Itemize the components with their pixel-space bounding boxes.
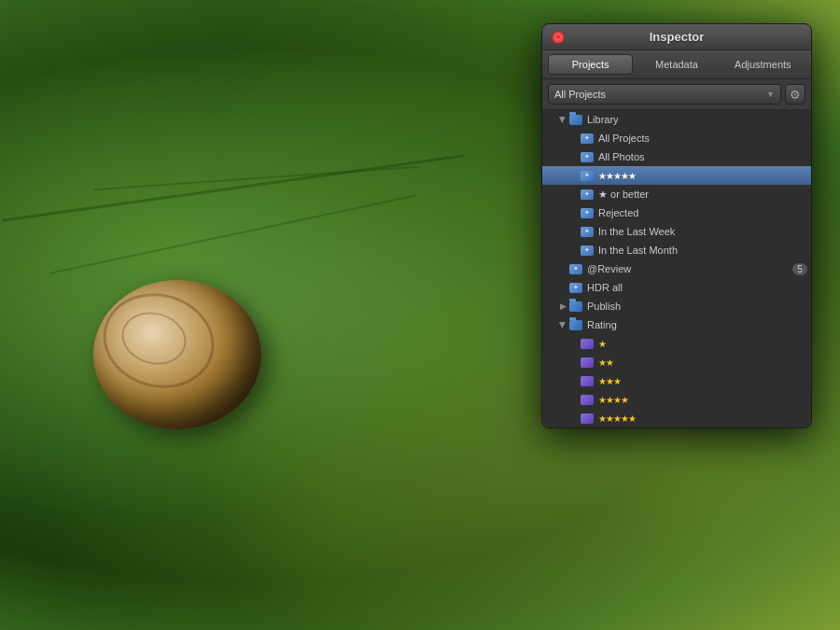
spacer [568,226,580,237]
panel-title: Inspector [650,30,705,44]
inspector-panel: × Inspector Projects Metadata Adjustment… [541,23,812,428]
last-week-label: In the Last Week [598,226,675,237]
rating-5-icon [580,412,595,425]
tree-item-rejected[interactable]: Rejected [542,203,811,222]
tab-bar: Projects Metadata Adjustments [542,50,811,79]
spacer [568,338,580,349]
tree-item-rating-5[interactable]: ★★★★★ [542,409,811,427]
close-icon: × [556,33,561,41]
spacer [568,207,580,218]
tree-item-rating[interactable]: ▶ Rating [542,315,811,334]
review-label: @Review [587,263,631,274]
all-photos-icon [580,150,595,163]
close-button[interactable]: × [552,31,565,44]
last-month-label: In the Last Month [598,245,678,256]
selector-arrow-icon: ▼ [766,90,775,99]
last-week-icon [580,225,595,238]
tree-item-publish[interactable]: ▶ Publish [542,297,811,315]
gear-icon: ⚙ [790,88,801,102]
all-projects-label: All Projects [598,133,650,144]
tree-item-star-or-better[interactable]: ★ or better [542,185,811,203]
tab-adjustments[interactable]: Adjustments [721,54,805,75]
tree-item-review[interactable]: @Review 5 [542,259,811,278]
rating-4-icon [580,393,595,406]
tree-item-rating-3[interactable]: ★★★ [542,371,811,390]
rejected-icon [580,206,595,219]
spacer [568,133,580,144]
tree-item-five-stars[interactable]: ★★★★★ [542,166,811,185]
library-label: Library [587,114,619,125]
project-selector[interactable]: All Projects ▼ [548,84,781,105]
spacer [568,189,580,200]
five-stars-icon [580,169,595,182]
review-icon [568,262,583,275]
last-month-icon [580,244,595,257]
tree-item-all-projects[interactable]: All Projects [542,129,811,147]
spacer [568,170,580,181]
title-bar: × Inspector [542,24,811,50]
project-selector-label: All Projects [554,89,606,100]
all-projects-icon [580,132,595,145]
star-or-better-label: ★ or better [598,189,649,201]
hdr-all-icon [568,281,583,294]
rating-5-label: ★★★★★ [598,413,636,424]
spacer [568,375,580,386]
rating-2-icon [580,356,595,369]
tree-item-rating-4[interactable]: ★★★★ [542,390,811,409]
arrow-icon: ▶ [557,114,568,125]
rating-1-label: ★ [598,339,606,349]
tree-container[interactable]: ▶ Library All Projects All Photos [542,110,811,427]
rating-1-icon [580,337,595,350]
review-badge: 5 [792,263,807,275]
rating-arrow-icon: ▶ [557,319,568,330]
tree-item-library[interactable]: ▶ Library [542,110,811,129]
spacer [568,413,580,424]
publish-arrow-icon: ▶ [557,301,568,312]
spacer [557,282,568,293]
hdr-all-label: HDR all [587,282,623,293]
toolbar: All Projects ▼ ⚙ [542,79,811,110]
spacer [568,357,580,368]
rating-2-label: ★★ [598,357,613,368]
publish-icon [568,300,583,313]
publish-label: Publish [587,301,621,312]
rating-3-label: ★★★ [598,376,621,386]
tree-item-last-week[interactable]: In the Last Week [542,222,811,241]
library-icon [568,113,583,126]
tab-metadata[interactable]: Metadata [634,54,719,75]
five-stars-label: ★★★★★ [598,171,636,181]
tree-item-rating-1[interactable]: ★ [542,334,811,353]
gear-button[interactable]: ⚙ [785,84,805,105]
star-or-better-icon [580,188,595,201]
spacer [557,263,568,274]
rating-3-icon [580,374,595,387]
rating-4-label: ★★★★ [598,395,628,405]
rejected-label: Rejected [598,207,638,218]
tree-item-all-photos[interactable]: All Photos [542,147,811,166]
tree-item-hdr-all[interactable]: HDR all [542,278,811,297]
spacer [568,151,580,162]
spacer [568,245,580,256]
tree-item-rating-2[interactable]: ★★ [542,353,811,371]
spacer [568,394,580,405]
tree-item-last-month[interactable]: In the Last Month [542,241,811,259]
rating-icon [568,318,583,331]
all-photos-label: All Photos [598,151,645,162]
rating-label: Rating [587,319,617,330]
tab-projects[interactable]: Projects [548,54,633,75]
